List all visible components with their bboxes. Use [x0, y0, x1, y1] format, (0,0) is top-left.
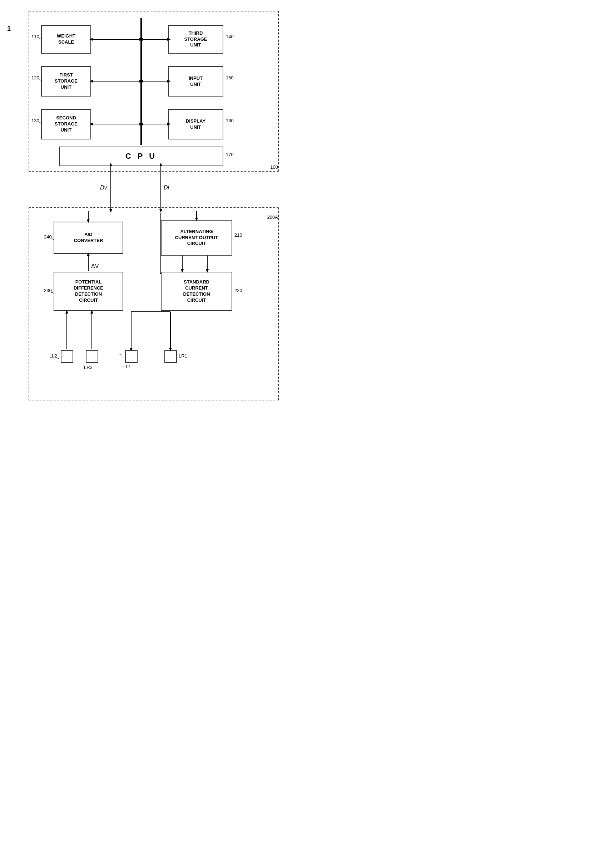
ll1-tilde: 〜 [119, 352, 123, 358]
electrode-ll1 [125, 350, 137, 363]
diagram: 1 100 200A WEIGHTSCALE 110 〜 FIRSTSTORAG… [7, 7, 300, 429]
second-storage-box: SECONDSTORAGEUNIT [41, 109, 91, 139]
ref-130-tilde: 〜 [39, 120, 42, 126]
ref-230-tilde: 〜 [51, 290, 55, 296]
potential-diff-box: POTENTIALDIFFERENCEDETECTIONCIRCUIT [54, 272, 123, 311]
diagram-label-1: 1 [7, 25, 11, 33]
ref-100: 100 [270, 164, 278, 170]
label-lr2: LR2 [84, 364, 92, 370]
weight-scale-box: WEIGHTSCALE [41, 25, 91, 54]
display-unit-box: DISPLAYUNIT [168, 109, 223, 139]
svg-text:Dv: Dv [100, 185, 108, 191]
ll2-tilde: 〜 [56, 356, 60, 361]
electrode-lr1 [164, 350, 177, 363]
ref-120-tilde: 〜 [39, 78, 42, 83]
ref-110: 110 [31, 34, 39, 39]
ref-160: 160 [226, 118, 234, 124]
cpu-box: C P U [59, 147, 223, 166]
ref-110-tilde: 〜 [39, 36, 42, 42]
electrode-lr2 [86, 350, 98, 363]
ref-240-tilde: 〜 [51, 237, 55, 242]
standard-current-box: STANDARDCURRENTDETECTIONCIRCUIT [161, 272, 232, 311]
ref-150: 150 [226, 75, 234, 80]
ref-220: 220 [234, 288, 242, 293]
ref-210: 210 [234, 232, 242, 238]
ref-200a: 200A [267, 214, 278, 220]
electrode-ll2 [61, 350, 73, 363]
label-ll1: LL1 [123, 364, 131, 369]
input-unit-box: INPUTUNIT [168, 66, 223, 97]
ref-120: 120 [31, 75, 39, 80]
first-storage-box: FIRSTSTORAGEUNIT [41, 66, 91, 97]
ref-170: 170 [226, 152, 234, 157]
ac-output-box: ALTERNATINGCURRENT OUTPUTCIRCUIT [161, 220, 232, 256]
ref-130: 130 [31, 118, 39, 124]
ref-140: 140 [226, 34, 234, 39]
third-storage-box: THIRDSTORAGEUNIT [168, 25, 223, 54]
ad-converter-box: A/DCONVERTER [54, 222, 123, 254]
label-lr1: LR1 [179, 353, 187, 358]
svg-text:Di: Di [164, 185, 169, 191]
